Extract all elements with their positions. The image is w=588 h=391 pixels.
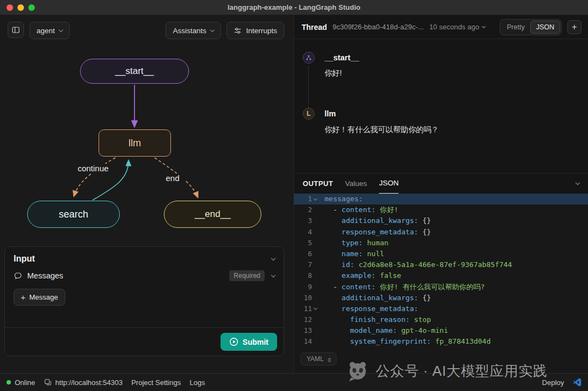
output-code-editor[interactable]: 1messages:2 - content: 你好!3 additional_k… (294, 194, 588, 373)
add-message-label: Message (29, 293, 58, 301)
logs-label: Logs (189, 378, 205, 387)
messages-field-label: Messages (27, 271, 63, 280)
chevron-down-icon (59, 27, 63, 32)
logs-link[interactable]: Logs (189, 378, 205, 387)
tab-values[interactable]: Values (345, 173, 367, 194)
code-line-text: - content: 你好! 有什么我可以帮助你的吗? (318, 282, 485, 293)
code-line: 6 name: null (294, 249, 588, 259)
interrupts-button[interactable]: Interrupts (226, 22, 284, 39)
project-settings-label: Project Settings (131, 378, 181, 387)
line-number-gutter: 9 (294, 282, 318, 293)
line-number-gutter: 11 (294, 303, 318, 314)
new-thread-button[interactable]: + (567, 20, 581, 34)
submit-button-label: Submit (243, 338, 268, 346)
thread-time-dropdown[interactable]: 10 seconds ago (429, 23, 485, 31)
line-number-gutter: 14 (294, 336, 318, 347)
code-line-text: system_fingerprint: fp_878413d04d (318, 336, 491, 347)
node-label: llm (128, 138, 141, 149)
code-line: 3 additional_kwargs: {} (294, 215, 588, 226)
sidebar-toggle-icon (11, 26, 20, 34)
window-title: langgraph-example - LangGraph Studio (228, 3, 360, 11)
agent-dropdown[interactable]: agent (29, 22, 70, 39)
view-mode-toggle: Pretty JSON (500, 19, 562, 35)
pretty-view-button[interactable]: Pretty (501, 21, 530, 33)
code-line-text: - content: 你好! (318, 204, 399, 215)
fold-chevron-icon[interactable] (314, 306, 317, 310)
deploy-link[interactable]: Deploy (542, 378, 564, 387)
input-panel-footer: Submit (5, 327, 284, 356)
graph-node-search[interactable]: search (27, 201, 120, 228)
tab-json[interactable]: JSON (379, 173, 399, 194)
line-number-gutter: 13 (294, 325, 318, 336)
thread-header: Thread 9c309f26-bba0-418d-a29c-... 10 se… (294, 15, 588, 39)
output-tab-bar: OUTPUT Values JSON (294, 173, 588, 194)
minimize-window-button[interactable] (17, 4, 24, 11)
code-line: 12 finish_reason: stop (294, 314, 588, 325)
online-label: Online (15, 378, 35, 387)
code-line-text: example: false (318, 270, 401, 281)
json-view-button[interactable]: JSON (530, 21, 560, 34)
traffic-lights (7, 4, 35, 11)
code-line: 4 response_metadata: {} (294, 227, 588, 238)
code-line-text: response_metadata: (318, 303, 418, 314)
line-number-gutter: 7 (294, 259, 318, 270)
server-url[interactable]: http://localhost:54303 (44, 378, 123, 387)
sidebar-toggle-button[interactable] (8, 22, 24, 38)
code-line: 14 system_fingerprint: fp_878413d04d (294, 336, 588, 347)
submit-button[interactable]: Submit (220, 333, 277, 351)
line-number-gutter: 3 (294, 215, 318, 226)
graph-node-end[interactable]: __end__ (164, 201, 261, 228)
window-titlebar: langgraph-example - LangGraph Studio (0, 0, 588, 15)
graph-node-start[interactable]: __start__ (80, 59, 189, 84)
code-lines: 1messages:2 - content: 你好!3 additional_k… (294, 194, 588, 347)
vscode-button[interactable] (573, 378, 581, 387)
assistants-dropdown[interactable]: Assistants (166, 22, 221, 39)
code-line-text: type: human (318, 238, 388, 249)
thread-connector-line (308, 65, 309, 108)
language-selector-label: YAML (307, 355, 324, 363)
maximize-window-button[interactable] (28, 4, 35, 11)
chevron-down-icon (271, 256, 275, 260)
code-line: 10 additional_kwargs: {} (294, 293, 588, 303)
fold-chevron-icon[interactable] (314, 197, 317, 201)
online-dot (7, 380, 11, 384)
edge-label-continue: continue (71, 164, 115, 173)
code-line-text: finish_reason: stop (318, 314, 431, 325)
input-panel-header[interactable]: Input (5, 247, 284, 267)
code-line: 1messages: (294, 194, 588, 204)
message-text: 你好！有什么我可以帮助你的吗？ (324, 125, 439, 135)
messages-field-row[interactable]: Messages Required (5, 267, 284, 284)
node-label: __end__ (194, 209, 230, 220)
graph-node-llm[interactable]: llm (99, 129, 171, 157)
online-status: Online (7, 378, 35, 387)
thread-time-label: 10 seconds ago (429, 23, 479, 31)
graph-canvas[interactable]: __start__ llm search __end__ continue en… (0, 53, 294, 238)
code-line-text: additional_kwargs: {} (318, 215, 431, 226)
close-window-button[interactable] (7, 4, 13, 11)
code-line: 7 id: c2d6a8e8-5a1a-466e-87ef-9367ab85f7… (294, 259, 588, 270)
code-line-text: messages: (318, 194, 363, 204)
collapse-output-icon[interactable] (575, 181, 580, 185)
code-line-text: name: null (318, 249, 384, 259)
interrupts-icon (234, 27, 242, 35)
line-number-gutter: 12 (294, 314, 318, 325)
code-line-text: additional_kwargs: {} (318, 293, 431, 303)
play-icon (229, 337, 238, 346)
code-line-text: response_metadata: {} (318, 227, 431, 238)
node-label: __start__ (115, 66, 154, 77)
assistants-dropdown-label: Assistants (173, 27, 206, 35)
start-avatar (303, 52, 315, 64)
chevron-down-icon (482, 24, 486, 28)
code-line: 8 example: false (294, 270, 588, 281)
line-number-gutter: 10 (294, 293, 318, 303)
statusbar: Online http://localhost:54303 Project Se… (0, 373, 588, 391)
code-line-text: id: c2d6a8e8-5a1a-466e-87ef-9367ab85f744 (318, 259, 512, 270)
language-selector[interactable]: YAML (301, 352, 336, 365)
code-line: 2 - content: 你好! (294, 204, 588, 215)
project-settings-link[interactable]: Project Settings (131, 378, 181, 387)
thread-panel: Thread 9c309f26-bba0-418d-a29c-... 10 se… (294, 15, 588, 373)
graph-panel: agent Assistants Interrupts (0, 15, 294, 373)
line-number-gutter: 6 (294, 249, 318, 259)
node-label: search (59, 209, 88, 220)
add-message-button[interactable]: + Message (14, 289, 65, 306)
